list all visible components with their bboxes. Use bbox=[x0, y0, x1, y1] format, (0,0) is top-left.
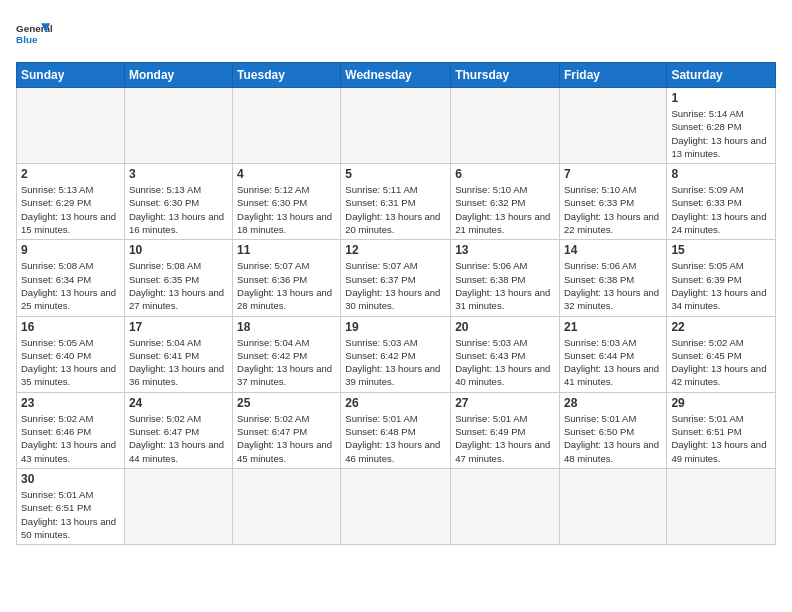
day-number: 18 bbox=[237, 320, 336, 334]
day-number: 14 bbox=[564, 243, 662, 257]
calendar-day-cell: 24Sunrise: 5:02 AMSunset: 6:47 PMDayligh… bbox=[124, 392, 232, 468]
day-info: Sunrise: 5:06 AMSunset: 6:38 PMDaylight:… bbox=[564, 259, 662, 312]
day-info-line: Sunrise: 5:08 AM bbox=[21, 260, 93, 271]
day-info: Sunrise: 5:03 AMSunset: 6:44 PMDaylight:… bbox=[564, 336, 662, 389]
day-info-line: Sunset: 6:30 PM bbox=[129, 197, 199, 208]
day-of-week-friday: Friday bbox=[559, 63, 666, 88]
day-info: Sunrise: 5:08 AMSunset: 6:35 PMDaylight:… bbox=[129, 259, 228, 312]
calendar-day-cell: 3Sunrise: 5:13 AMSunset: 6:30 PMDaylight… bbox=[124, 164, 232, 240]
day-info-line: Daylight: 13 hours and 41 minutes. bbox=[564, 363, 659, 387]
day-info: Sunrise: 5:03 AMSunset: 6:42 PMDaylight:… bbox=[345, 336, 446, 389]
day-number: 16 bbox=[21, 320, 120, 334]
day-info-line: Daylight: 13 hours and 42 minutes. bbox=[671, 363, 766, 387]
calendar-day-cell: 16Sunrise: 5:05 AMSunset: 6:40 PMDayligh… bbox=[17, 316, 125, 392]
day-info-line: Sunrise: 5:11 AM bbox=[345, 184, 417, 195]
day-info: Sunrise: 5:01 AMSunset: 6:51 PMDaylight:… bbox=[671, 412, 771, 465]
day-info-line: Daylight: 13 hours and 32 minutes. bbox=[564, 287, 659, 311]
calendar-day-cell: 5Sunrise: 5:11 AMSunset: 6:31 PMDaylight… bbox=[341, 164, 451, 240]
day-info-line: Sunset: 6:28 PM bbox=[671, 121, 741, 132]
day-info-line: Sunrise: 5:07 AM bbox=[237, 260, 309, 271]
svg-text:Blue: Blue bbox=[16, 34, 38, 45]
day-info-line: Daylight: 13 hours and 43 minutes. bbox=[21, 439, 116, 463]
calendar-day-cell: 21Sunrise: 5:03 AMSunset: 6:44 PMDayligh… bbox=[559, 316, 666, 392]
day-number: 9 bbox=[21, 243, 120, 257]
day-info-line: Sunrise: 5:07 AM bbox=[345, 260, 417, 271]
day-info: Sunrise: 5:01 AMSunset: 6:48 PMDaylight:… bbox=[345, 412, 446, 465]
day-info: Sunrise: 5:13 AMSunset: 6:30 PMDaylight:… bbox=[129, 183, 228, 236]
day-info-line: Sunset: 6:29 PM bbox=[21, 197, 91, 208]
calendar-day-cell bbox=[341, 88, 451, 164]
day-number: 27 bbox=[455, 396, 555, 410]
day-info-line: Daylight: 13 hours and 27 minutes. bbox=[129, 287, 224, 311]
calendar-day-cell bbox=[667, 468, 776, 544]
day-info-line: Sunset: 6:44 PM bbox=[564, 350, 634, 361]
day-info: Sunrise: 5:03 AMSunset: 6:43 PMDaylight:… bbox=[455, 336, 555, 389]
day-info-line: Sunrise: 5:10 AM bbox=[455, 184, 527, 195]
calendar-day-cell bbox=[341, 468, 451, 544]
day-info: Sunrise: 5:10 AMSunset: 6:33 PMDaylight:… bbox=[564, 183, 662, 236]
calendar-day-cell bbox=[559, 468, 666, 544]
day-info: Sunrise: 5:04 AMSunset: 6:41 PMDaylight:… bbox=[129, 336, 228, 389]
day-number: 28 bbox=[564, 396, 662, 410]
day-info-line: Sunset: 6:39 PM bbox=[671, 274, 741, 285]
day-info-line: Sunrise: 5:06 AM bbox=[455, 260, 527, 271]
day-info-line: Sunrise: 5:03 AM bbox=[564, 337, 636, 348]
day-info-line: Daylight: 13 hours and 37 minutes. bbox=[237, 363, 332, 387]
day-info-line: Sunset: 6:38 PM bbox=[455, 274, 525, 285]
calendar-day-cell: 27Sunrise: 5:01 AMSunset: 6:49 PMDayligh… bbox=[451, 392, 560, 468]
day-info-line: Sunset: 6:47 PM bbox=[129, 426, 199, 437]
day-info: Sunrise: 5:02 AMSunset: 6:47 PMDaylight:… bbox=[129, 412, 228, 465]
calendar-day-cell bbox=[451, 88, 560, 164]
day-info-line: Daylight: 13 hours and 48 minutes. bbox=[564, 439, 659, 463]
day-info-line: Sunset: 6:51 PM bbox=[671, 426, 741, 437]
day-info-line: Sunrise: 5:05 AM bbox=[21, 337, 93, 348]
day-info-line: Daylight: 13 hours and 22 minutes. bbox=[564, 211, 659, 235]
day-number: 30 bbox=[21, 472, 120, 486]
day-number: 5 bbox=[345, 167, 446, 181]
calendar-day-cell: 25Sunrise: 5:02 AMSunset: 6:47 PMDayligh… bbox=[233, 392, 341, 468]
calendar-day-cell: 1Sunrise: 5:14 AMSunset: 6:28 PMDaylight… bbox=[667, 88, 776, 164]
day-info: Sunrise: 5:14 AMSunset: 6:28 PMDaylight:… bbox=[671, 107, 771, 160]
day-number: 6 bbox=[455, 167, 555, 181]
day-info-line: Daylight: 13 hours and 20 minutes. bbox=[345, 211, 440, 235]
day-info: Sunrise: 5:02 AMSunset: 6:45 PMDaylight:… bbox=[671, 336, 771, 389]
day-info-line: Sunrise: 5:06 AM bbox=[564, 260, 636, 271]
day-info-line: Sunrise: 5:02 AM bbox=[237, 413, 309, 424]
calendar-day-cell bbox=[559, 88, 666, 164]
day-info: Sunrise: 5:09 AMSunset: 6:33 PMDaylight:… bbox=[671, 183, 771, 236]
day-info-line: Sunset: 6:32 PM bbox=[455, 197, 525, 208]
calendar-week-row: 1Sunrise: 5:14 AMSunset: 6:28 PMDaylight… bbox=[17, 88, 776, 164]
day-info-line: Daylight: 13 hours and 50 minutes. bbox=[21, 516, 116, 540]
calendar-table: SundayMondayTuesdayWednesdayThursdayFrid… bbox=[16, 62, 776, 545]
day-info-line: Sunset: 6:37 PM bbox=[345, 274, 415, 285]
day-info: Sunrise: 5:01 AMSunset: 6:49 PMDaylight:… bbox=[455, 412, 555, 465]
day-info: Sunrise: 5:11 AMSunset: 6:31 PMDaylight:… bbox=[345, 183, 446, 236]
day-info-line: Sunrise: 5:03 AM bbox=[455, 337, 527, 348]
day-info-line: Sunset: 6:48 PM bbox=[345, 426, 415, 437]
day-info-line: Daylight: 13 hours and 18 minutes. bbox=[237, 211, 332, 235]
calendar-day-cell: 19Sunrise: 5:03 AMSunset: 6:42 PMDayligh… bbox=[341, 316, 451, 392]
day-info-line: Sunrise: 5:01 AM bbox=[564, 413, 636, 424]
day-info-line: Sunset: 6:41 PM bbox=[129, 350, 199, 361]
calendar-day-cell bbox=[124, 468, 232, 544]
day-info: Sunrise: 5:01 AMSunset: 6:51 PMDaylight:… bbox=[21, 488, 120, 541]
logo-icon: General Blue bbox=[16, 16, 52, 52]
day-info-line: Daylight: 13 hours and 45 minutes. bbox=[237, 439, 332, 463]
day-number: 22 bbox=[671, 320, 771, 334]
logo: General Blue bbox=[16, 16, 52, 52]
day-number: 11 bbox=[237, 243, 336, 257]
day-info-line: Daylight: 13 hours and 34 minutes. bbox=[671, 287, 766, 311]
day-info-line: Sunrise: 5:14 AM bbox=[671, 108, 743, 119]
day-of-week-monday: Monday bbox=[124, 63, 232, 88]
day-info-line: Sunset: 6:46 PM bbox=[21, 426, 91, 437]
day-number: 15 bbox=[671, 243, 771, 257]
day-info: Sunrise: 5:05 AMSunset: 6:39 PMDaylight:… bbox=[671, 259, 771, 312]
day-info-line: Sunset: 6:31 PM bbox=[345, 197, 415, 208]
calendar-day-cell: 30Sunrise: 5:01 AMSunset: 6:51 PMDayligh… bbox=[17, 468, 125, 544]
day-info-line: Sunrise: 5:08 AM bbox=[129, 260, 201, 271]
calendar-week-row: 2Sunrise: 5:13 AMSunset: 6:29 PMDaylight… bbox=[17, 164, 776, 240]
day-info: Sunrise: 5:07 AMSunset: 6:37 PMDaylight:… bbox=[345, 259, 446, 312]
day-number: 10 bbox=[129, 243, 228, 257]
calendar-day-cell: 12Sunrise: 5:07 AMSunset: 6:37 PMDayligh… bbox=[341, 240, 451, 316]
day-info-line: Sunrise: 5:02 AM bbox=[129, 413, 201, 424]
